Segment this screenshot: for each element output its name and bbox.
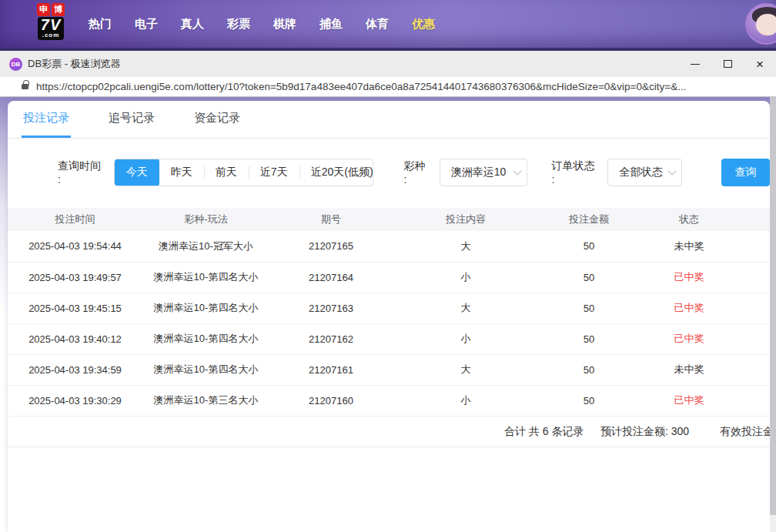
status-filter-label: 订单状态 : — [552, 159, 599, 186]
cell-game-play: 澳洲幸运10-第四名大小 — [142, 323, 269, 354]
page-background: 投注记录 追号记录 资金记录 查询时间 : 今天 昨天 前天 近7天 近20天(… — [0, 97, 776, 532]
nav-item-lottery[interactable]: 彩票 — [216, 17, 262, 32]
cell-amount: 50 — [539, 354, 639, 385]
time-option-daybefore[interactable]: 前天 — [204, 159, 249, 186]
cell-bet-time: 2025-04-03 19:40:12 — [8, 323, 142, 354]
cell-content: 小 — [393, 385, 539, 416]
bet-records-table: 投注时间 彩种-玩法 期号 投注内容 投注金额 状态 2025-04-03 19… — [8, 208, 770, 417]
order-status-select[interactable]: 全部状态 — [607, 159, 682, 186]
window-controls: × — [679, 51, 776, 77]
nav-item-live[interactable]: 真人 — [169, 17, 216, 32]
address-bar[interactable]: https://ctopcp02pcali.uengi5e.com/lotter… — [0, 77, 776, 97]
summary-row: 合计 共 6 条记录 预计投注金额: 300 有效投注金额: 300 — [8, 417, 770, 447]
logo-badge-shen: 申 — [37, 3, 50, 16]
cell-content: 大 — [393, 354, 539, 385]
time-option-7days[interactable]: 近7天 — [249, 159, 299, 186]
nav-item-hot[interactable]: 热门 — [77, 17, 123, 32]
cell-amount: 50 — [539, 231, 639, 262]
tab-bet-records[interactable]: 投注记录 — [22, 101, 71, 138]
maximize-icon — [724, 60, 732, 68]
table-row: 2025-04-03 19:40:12 澳洲幸运10-第四名大小 2120716… — [8, 323, 770, 354]
query-button[interactable]: 查询 — [721, 159, 770, 186]
col-header-amount: 投注金额 — [539, 208, 639, 231]
col-header-content: 投注内容 — [393, 208, 539, 231]
maximize-button[interactable] — [711, 51, 744, 77]
lock-icon — [22, 84, 28, 89]
cell-bet-time: 2025-04-03 19:54:44 — [8, 231, 142, 262]
cell-status: 已中奖 — [639, 293, 739, 323]
nav-item-fishing[interactable]: 捕鱼 — [308, 17, 354, 32]
logo-badge-bo: 博 — [52, 3, 65, 16]
col-header-game-play: 彩种-玩法 — [142, 208, 269, 231]
close-icon: × — [756, 58, 764, 71]
user-avatar[interactable] — [745, 3, 776, 45]
time-option-yesterday[interactable]: 昨天 — [159, 159, 204, 186]
cell-amount: 50 — [539, 385, 639, 416]
lottery-select[interactable]: 澳洲幸运10 — [440, 159, 527, 186]
close-button[interactable]: × — [744, 51, 776, 77]
time-option-today[interactable]: 今天 — [115, 159, 159, 186]
lottery-filter-label: 彩种 : — [404, 159, 430, 186]
logo-badges: 申 博 — [37, 3, 65, 16]
url-text[interactable]: https://ctopcp02pcali.uengi5e.com/lotter… — [36, 81, 768, 92]
cell-status: 已中奖 — [639, 385, 739, 416]
time-filter-label: 查询时间 : — [58, 159, 105, 186]
tab-fund-records[interactable]: 资金记录 — [192, 101, 242, 138]
logo-com-text: .com — [41, 32, 61, 38]
cell-status: 已中奖 — [639, 323, 739, 354]
cell-issue: 21207165 — [269, 231, 393, 262]
cell-bet-time: 2025-04-03 19:49:57 — [8, 262, 142, 293]
tab-chase-records[interactable]: 追号记录 — [107, 101, 156, 138]
summary-total-records: 合计 共 6 条记录 — [504, 417, 584, 447]
cell-issue: 21207162 — [269, 323, 393, 354]
nav-item-sports[interactable]: 体育 — [354, 17, 400, 32]
cell-content: 小 — [393, 262, 539, 293]
cell-amount: 50 — [539, 262, 639, 293]
nav-menu: 热门 电子 真人 彩票 棋牌 捕鱼 体育 优惠 — [77, 0, 447, 48]
col-header-status: 状态 — [639, 208, 739, 231]
record-tabs: 投注记录 追号记录 资金记录 — [8, 101, 770, 139]
table-row: 2025-04-03 19:30:29 澳洲幸运10-第三名大小 2120716… — [8, 385, 770, 416]
col-header-bet-time: 投注时间 — [8, 208, 142, 231]
col-header-issue: 期号 — [269, 208, 393, 231]
cell-status: 已中奖 — [639, 262, 739, 293]
logo-brand: 7V .com — [38, 17, 64, 40]
cell-amount: 50 — [539, 323, 639, 354]
lottery-select-value: 澳洲幸运10 — [451, 166, 507, 179]
nav-item-slots[interactable]: 电子 — [123, 17, 169, 32]
logo-7v-text: 7V — [41, 16, 61, 33]
table-row: 2025-04-03 19:45:15 澳洲幸运10-第四名大小 2120716… — [8, 293, 770, 323]
table-row: 2025-04-03 19:49:57 澳洲幸运10-第四名大小 2120716… — [8, 262, 770, 293]
nav-item-promo[interactable]: 优惠 — [400, 17, 447, 32]
minimize-button[interactable] — [679, 51, 711, 77]
content-card: 投注记录 追号记录 资金记录 查询时间 : 今天 昨天 前天 近7天 近20天(… — [8, 101, 770, 532]
cell-game-play: 澳洲幸运10-第四名大小 — [142, 262, 269, 293]
scrollbar-thumb[interactable] — [770, 97, 776, 515]
summary-valid-amount: 有效投注金额: 300 — [720, 417, 770, 447]
time-option-20days[interactable]: 近20天(低频) — [299, 159, 373, 186]
vertical-scrollbar[interactable] — [770, 97, 776, 532]
minimize-icon — [691, 64, 700, 65]
cell-issue: 21207164 — [269, 262, 393, 293]
site-nav: 申 博 7V .com 热门 电子 真人 彩票 棋牌 捕鱼 体育 优惠 — [0, 0, 776, 48]
window-title: DB彩票 - 极速浏览器 — [28, 57, 121, 71]
browser-titlebar[interactable]: DB DB彩票 - 极速浏览器 × — [0, 51, 776, 77]
cell-game-play: 澳洲幸运10-第三名大小 — [142, 385, 269, 416]
cell-amount: 50 — [539, 293, 639, 323]
nav-item-cards[interactable]: 棋牌 — [262, 17, 308, 32]
table-header-row: 投注时间 彩种-玩法 期号 投注内容 投注金额 状态 — [8, 208, 770, 231]
summary-expected-amount: 预计投注金额: 300 — [600, 417, 689, 447]
cell-issue: 21207161 — [269, 354, 393, 385]
col-header-filler — [739, 208, 770, 231]
status-select-value: 全部状态 — [619, 166, 662, 179]
browser-favicon: DB — [9, 58, 22, 71]
site-logo[interactable]: 申 博 7V .com — [27, 3, 75, 45]
screen: 申 博 7V .com 热门 电子 真人 彩票 棋牌 捕鱼 体育 优惠 DB D… — [0, 0, 776, 532]
cell-game-play: 澳洲幸运10-第四名大小 — [142, 354, 269, 385]
cell-content: 大 — [393, 293, 539, 323]
table-row: 2025-04-03 19:34:59 澳洲幸运10-第四名大小 2120716… — [8, 354, 770, 385]
time-range-group: 今天 昨天 前天 近7天 近20天(低频) — [114, 159, 373, 186]
cell-content: 小 — [393, 323, 539, 354]
cell-status: 未中奖 — [639, 231, 739, 262]
filter-bar: 查询时间 : 今天 昨天 前天 近7天 近20天(低频) 彩种 : 澳洲幸运10… — [58, 159, 770, 186]
